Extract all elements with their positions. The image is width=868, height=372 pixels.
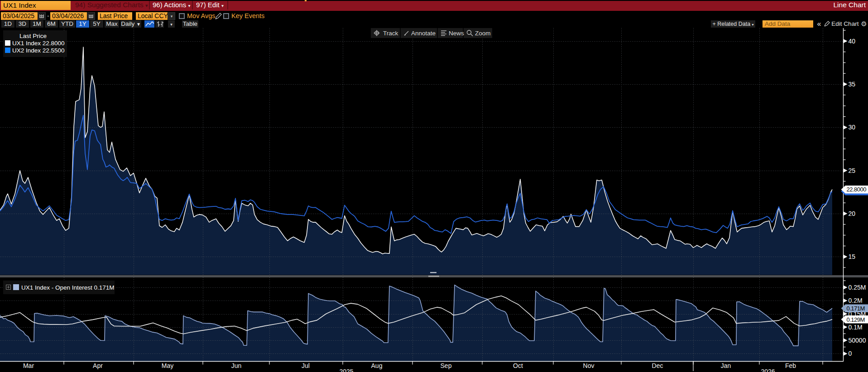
svg-text:35: 35 xyxy=(849,81,856,88)
svg-text:UX1 Index - Open Interest 0.17: UX1 Index - Open Interest 0.171M xyxy=(21,284,115,291)
svg-text:May: May xyxy=(162,362,173,369)
svg-text:25: 25 xyxy=(849,167,856,174)
svg-text:Sep: Sep xyxy=(441,362,452,369)
svg-text:Nov: Nov xyxy=(583,362,595,369)
svg-text:News: News xyxy=(449,30,464,37)
svg-text:Track: Track xyxy=(383,30,398,37)
svg-text:Jan: Jan xyxy=(721,362,731,369)
svg-text:Dec: Dec xyxy=(652,362,663,369)
svg-text:2025: 2025 xyxy=(339,368,353,372)
svg-text:Apr: Apr xyxy=(93,362,103,369)
svg-text:0.25M: 0.25M xyxy=(849,284,866,291)
svg-text:Feb: Feb xyxy=(785,362,796,369)
svg-text:Oct: Oct xyxy=(513,362,523,369)
svg-text:Mar: Mar xyxy=(23,362,34,369)
svg-text:Jun: Jun xyxy=(231,362,242,369)
svg-text:2026: 2026 xyxy=(761,368,775,372)
svg-text:Aug: Aug xyxy=(371,362,383,369)
svg-text:30: 30 xyxy=(849,124,856,131)
svg-text:20: 20 xyxy=(849,210,856,217)
svg-text:Jul: Jul xyxy=(302,362,310,369)
svg-text:15: 15 xyxy=(849,253,856,260)
svg-text:UX2 Index 22.5500: UX2 Index 22.5500 xyxy=(12,47,65,54)
svg-text:0: 0 xyxy=(849,350,852,357)
svg-text:0.2M: 0.2M xyxy=(849,297,863,304)
svg-text:Annotate: Annotate xyxy=(411,30,436,37)
svg-text:Zoom: Zoom xyxy=(475,30,491,37)
svg-text:0.129M: 0.129M xyxy=(847,316,865,323)
svg-text:0.1M: 0.1M xyxy=(849,324,863,331)
svg-text:50000: 50000 xyxy=(849,337,866,344)
svg-text:Last Price: Last Price xyxy=(19,33,47,39)
svg-text:40: 40 xyxy=(849,38,856,45)
svg-text:22.8000: 22.8000 xyxy=(847,186,867,193)
svg-text:0.171M: 0.171M xyxy=(847,305,865,312)
svg-text:UX1 Index 22.8000: UX1 Index 22.8000 xyxy=(12,40,65,47)
